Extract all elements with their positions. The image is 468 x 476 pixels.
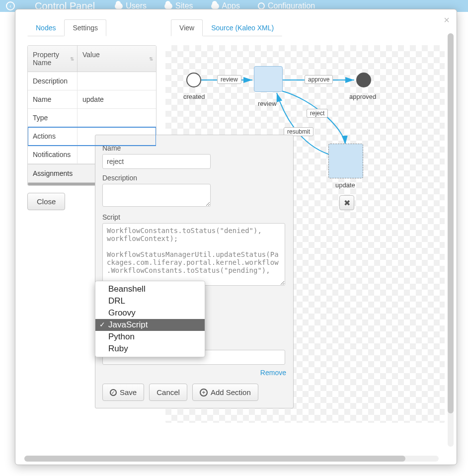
globe-icon (164, 3, 172, 9)
description-input[interactable] (102, 184, 211, 207)
modal-v-scrollbar[interactable] (448, 33, 454, 447)
modal-h-scrollbar[interactable] (24, 456, 439, 462)
close-button[interactable]: Close (27, 193, 65, 210)
add-section-button[interactable]: + Add Section (192, 384, 258, 401)
tab-view[interactable]: View (171, 19, 203, 36)
tab-source[interactable]: Source (Kaleo XML) (203, 19, 282, 36)
dropdown-option[interactable]: Beanshell (95, 283, 205, 295)
node-label-approved: approved (349, 93, 376, 100)
table-row[interactable]: Description (28, 72, 156, 90)
edge-label-review[interactable]: review (217, 75, 241, 84)
cancel-button[interactable]: Cancel (149, 384, 187, 401)
dropdown-option[interactable]: Python (95, 331, 205, 343)
table-row-actions[interactable]: Actions (28, 127, 156, 146)
dropdown-option[interactable]: DRL (95, 295, 205, 307)
apps-icon (211, 3, 219, 9)
back-icon[interactable]: ‹ (6, 1, 15, 10)
save-button[interactable]: ✓ Save (102, 384, 144, 401)
action-edit-panel: Name Description Script Priority Remove … (95, 135, 294, 408)
script-language-dropdown[interactable]: Beanshell DRL Groovy JavaScript Python R… (95, 281, 205, 357)
sort-icon: ⇅ (149, 56, 153, 62)
workflow-editor-modal: × Nodes Settings View Source (Kaleo XML)… (15, 9, 457, 465)
editor-tabs-row: Nodes Settings View Source (Kaleo XML) (27, 19, 445, 36)
node-approved[interactable] (356, 73, 371, 87)
sort-icon: ⇅ (70, 56, 74, 62)
dropdown-option-selected[interactable]: JavaScript (95, 319, 205, 331)
right-tabs: View Source (Kaleo XML) (171, 19, 282, 36)
remove-link[interactable]: Remove (102, 369, 286, 377)
edge-label-approve[interactable]: approve (305, 75, 333, 84)
table-header: Property Name ⇅ Value ⇅ (28, 46, 156, 72)
script-input[interactable] (102, 223, 285, 286)
tab-nodes[interactable]: Nodes (27, 19, 64, 36)
tab-settings[interactable]: Settings (64, 19, 106, 36)
node-label-review: review (258, 100, 277, 107)
node-label-created: created (183, 93, 205, 100)
cloud-icon (115, 3, 123, 9)
dropdown-option[interactable]: Ruby (95, 343, 205, 355)
table-row[interactable]: Type (28, 109, 156, 127)
edge-label-reject[interactable]: reject (307, 109, 328, 118)
table-row[interactable]: Name update (28, 90, 156, 109)
dropdown-option[interactable]: Groovy (95, 307, 205, 319)
delete-node-button[interactable]: ✖ (339, 195, 354, 210)
name-input[interactable] (102, 154, 211, 169)
panel-buttons: ✓ Save Cancel + Add Section (102, 384, 286, 401)
script-label: Script (102, 213, 286, 221)
check-icon: ✓ (110, 389, 117, 396)
node-label-update: update (335, 181, 355, 189)
node-created[interactable] (186, 73, 201, 87)
node-update[interactable] (328, 144, 363, 178)
gear-icon (258, 2, 265, 9)
node-review[interactable] (254, 66, 283, 92)
plus-icon: + (200, 389, 208, 397)
left-tabs: Nodes Settings (27, 19, 106, 36)
col-property-name[interactable]: Property Name ⇅ (28, 46, 78, 72)
description-label: Description (102, 174, 286, 182)
col-value[interactable]: Value ⇅ (78, 46, 156, 72)
